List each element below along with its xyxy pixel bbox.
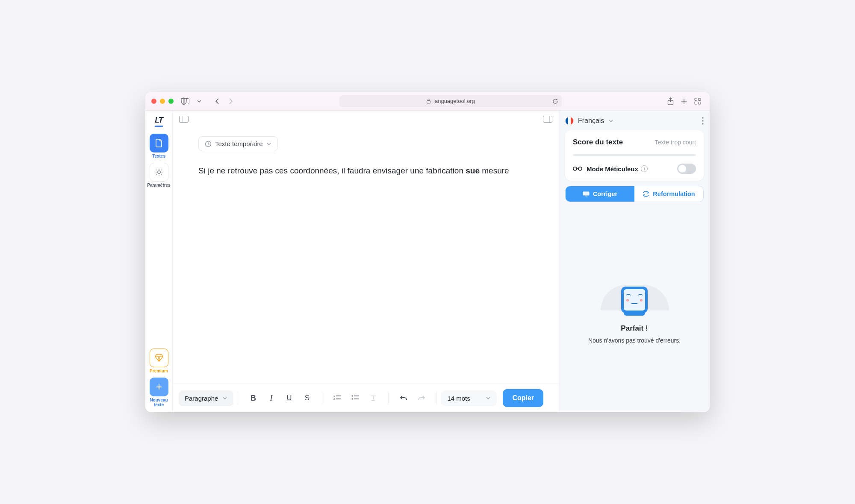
shield-icon[interactable] (178, 95, 190, 107)
sidebar-item-label: Textes (152, 154, 165, 158)
empty-state: Parfait ! Nous n'avons pas trouvé d'erre… (565, 207, 704, 406)
svg-point-18 (352, 396, 353, 397)
gear-icon (150, 163, 168, 182)
svg-point-27 (578, 167, 582, 170)
mode-segmented-control: Corriger Reformulation (565, 186, 704, 202)
bullet-list-button[interactable] (348, 391, 363, 405)
svg-rect-11 (543, 116, 552, 123)
score-card: Score du texte Texte trop court Mode Mét… (565, 130, 704, 181)
copy-button[interactable]: Copier (503, 389, 543, 407)
divider (436, 392, 437, 404)
meticulous-label: Mode Méticuleux (587, 165, 638, 173)
document-name-select[interactable]: Texte temporaire (198, 136, 278, 151)
titlebar: languagetool.org (145, 92, 710, 111)
empty-subtitle: Nous n'avons pas trouvé d'erreurs. (588, 337, 681, 344)
svg-rect-2 (427, 101, 430, 104)
chevron-down-icon (486, 396, 491, 400)
bold-button[interactable]: B (246, 391, 260, 405)
forward-button[interactable] (225, 95, 237, 107)
chevron-down-icon (222, 396, 227, 400)
window-controls (151, 99, 174, 104)
address-text: languagetool.org (433, 98, 475, 104)
divider (238, 392, 238, 404)
paragraph-style-label: Paragraphe (185, 395, 218, 402)
glasses-icon (573, 166, 582, 171)
score-title: Score du texte (573, 138, 623, 147)
strikethrough-button[interactable]: S (300, 391, 314, 405)
italic-button[interactable]: I (264, 391, 278, 405)
underline-button[interactable]: U (282, 391, 296, 405)
info-icon[interactable]: i (641, 165, 648, 172)
paragraph-style-select[interactable]: Paragraphe (179, 390, 233, 406)
sidebar-item-label: Nouveau texte (150, 398, 168, 407)
svg-rect-29 (583, 192, 589, 196)
app-logo[interactable]: LT (155, 116, 163, 127)
sync-icon (643, 191, 649, 197)
lock-icon (426, 98, 431, 104)
sidebar-item-label: Premium (150, 369, 168, 373)
more-menu-icon[interactable] (702, 117, 704, 125)
svg-rect-9 (180, 116, 189, 123)
sidebar-item-label: Paramètres (147, 183, 170, 188)
undo-button[interactable] (396, 391, 411, 405)
sidebar-item-premium[interactable]: Premium (147, 349, 171, 373)
svg-rect-7 (699, 102, 701, 104)
tab-corriger[interactable]: Corriger (566, 186, 634, 202)
svg-point-25 (702, 123, 703, 124)
chevron-down-icon (608, 119, 613, 123)
clock-icon (205, 141, 212, 147)
app-window: languagetool.org LT (145, 92, 710, 412)
numbered-list-button[interactable]: 12 (330, 391, 345, 405)
tab-overview-icon[interactable] (692, 95, 704, 107)
document-icon (150, 134, 168, 152)
language-select[interactable]: Français (565, 117, 613, 125)
score-msg: Texte trop court (655, 139, 696, 146)
chevron-down-icon (266, 142, 271, 146)
plus-icon (150, 378, 168, 396)
maximize-window-button[interactable] (168, 99, 174, 104)
svg-point-8 (158, 171, 160, 173)
clear-format-button[interactable] (366, 391, 380, 405)
svg-point-19 (352, 399, 353, 400)
share-icon[interactable] (664, 95, 676, 107)
document-area[interactable]: Texte temporaire Si je ne retrouve pas c… (173, 128, 559, 384)
screen-icon (583, 191, 590, 196)
svg-point-24 (702, 120, 703, 121)
svg-text:1: 1 (333, 395, 335, 397)
svg-point-23 (702, 117, 703, 118)
divider (322, 392, 322, 404)
minimize-window-button[interactable] (160, 99, 165, 104)
nav-sidebar: LT Textes Paramètres Premium (145, 111, 173, 412)
redo-button[interactable] (414, 391, 429, 405)
content-area: LT Textes Paramètres Premium (145, 111, 710, 412)
mascot-icon (621, 287, 648, 313)
close-window-button[interactable] (151, 99, 156, 104)
language-label: Français (578, 117, 604, 125)
format-toolbar: Paragraphe B I U S 12 (173, 384, 559, 412)
svg-point-26 (573, 167, 577, 170)
right-panel: Français Score du texte Texte trop court (559, 111, 710, 412)
reload-icon[interactable] (552, 98, 558, 104)
empty-title: Parfait ! (621, 324, 648, 333)
svg-rect-5 (699, 98, 701, 101)
highlighted-word[interactable]: sue (466, 166, 480, 175)
tab-reformulation[interactable]: Reformulation (634, 186, 703, 202)
document-name-label: Texte temporaire (215, 140, 263, 147)
svg-rect-30 (585, 196, 587, 196)
svg-rect-6 (695, 102, 697, 104)
left-panel-toggle-icon[interactable] (179, 115, 189, 123)
sidebar-item-parametres[interactable]: Paramètres (147, 163, 171, 188)
wordcount-label: 14 mots (447, 395, 470, 402)
sidebar-item-nouveau-texte[interactable]: Nouveau texte (147, 378, 171, 407)
new-tab-icon[interactable] (678, 95, 690, 107)
document-text[interactable]: Si je ne retrouve pas ces coordonnées, i… (198, 165, 533, 177)
meticulous-toggle[interactable] (677, 164, 696, 174)
right-panel-toggle-icon[interactable] (542, 115, 553, 123)
address-bar[interactable]: languagetool.org (339, 95, 562, 107)
wordcount-select[interactable]: 14 mots (441, 390, 497, 406)
chevron-down-icon[interactable] (193, 95, 205, 107)
svg-rect-4 (695, 98, 697, 101)
sidebar-item-textes[interactable]: Textes (147, 134, 171, 158)
back-button[interactable] (211, 95, 223, 107)
diamond-icon (150, 349, 168, 367)
